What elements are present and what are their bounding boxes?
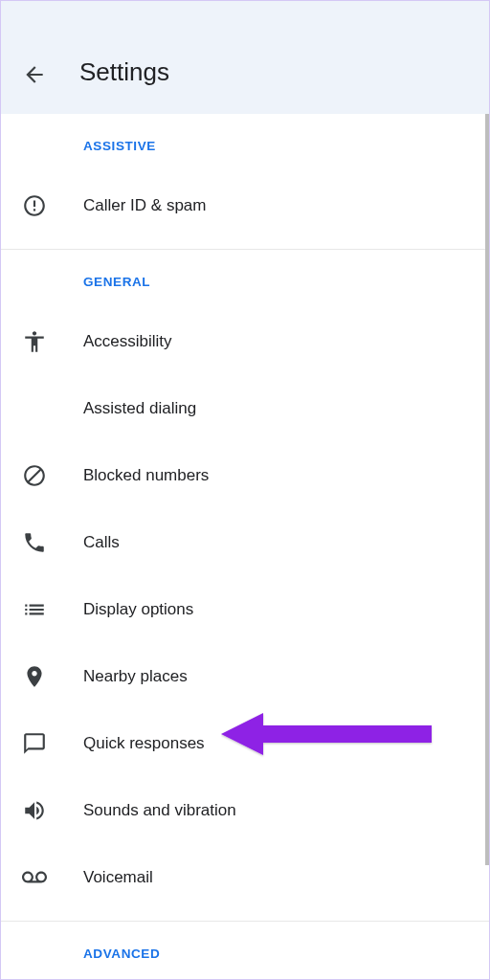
list-icon — [22, 597, 47, 622]
list-item-label: Sounds and vibration — [83, 801, 236, 820]
voicemail-icon — [22, 865, 47, 890]
item-assisted-dialing[interactable]: Assisted dialing — [1, 375, 489, 442]
item-sounds-vibration[interactable]: Sounds and vibration — [1, 777, 489, 844]
list-item-label: Quick responses — [83, 734, 205, 753]
block-icon — [22, 463, 47, 488]
list-item-label: Nearby places — [83, 667, 188, 686]
chat-bubble-icon — [22, 731, 47, 756]
list-item-label: Voicemail — [83, 868, 153, 887]
item-quick-responses[interactable]: Quick responses — [1, 710, 489, 777]
section-label-general: GENERAL — [1, 250, 489, 308]
list-item-label: Display options — [83, 600, 193, 619]
scrollbar[interactable] — [485, 114, 489, 865]
item-calls[interactable]: Calls — [1, 509, 489, 576]
item-display-options[interactable]: Display options — [1, 576, 489, 643]
settings-list: ASSISTIVE Caller ID & spam GENERAL Acces… — [1, 114, 489, 980]
item-blocked-numbers[interactable]: Blocked numbers — [1, 442, 489, 509]
item-caller-id-spam[interactable]: Caller ID & spam — [1, 172, 489, 239]
phone-icon — [22, 530, 47, 555]
page-title: Settings — [79, 57, 169, 87]
exclamation-circle-icon — [22, 193, 47, 218]
section-label-assistive: ASSISTIVE — [1, 114, 489, 172]
list-item-label: Assisted dialing — [83, 399, 196, 418]
item-nearby-places[interactable]: Nearby places — [1, 643, 489, 710]
list-item-label: Accessibility — [83, 332, 172, 351]
list-item-label: Blocked numbers — [83, 466, 209, 485]
item-voicemail[interactable]: Voicemail — [1, 844, 489, 911]
app-header: Settings — [1, 1, 489, 114]
accessibility-icon — [22, 329, 47, 354]
section-label-advanced: ADVANCED — [1, 922, 489, 980]
back-arrow-icon[interactable] — [22, 62, 47, 87]
item-accessibility[interactable]: Accessibility — [1, 308, 489, 375]
location-pin-icon — [22, 664, 47, 689]
volume-icon — [22, 798, 47, 823]
list-item-label: Caller ID & spam — [83, 196, 206, 215]
list-item-label: Calls — [83, 533, 120, 552]
